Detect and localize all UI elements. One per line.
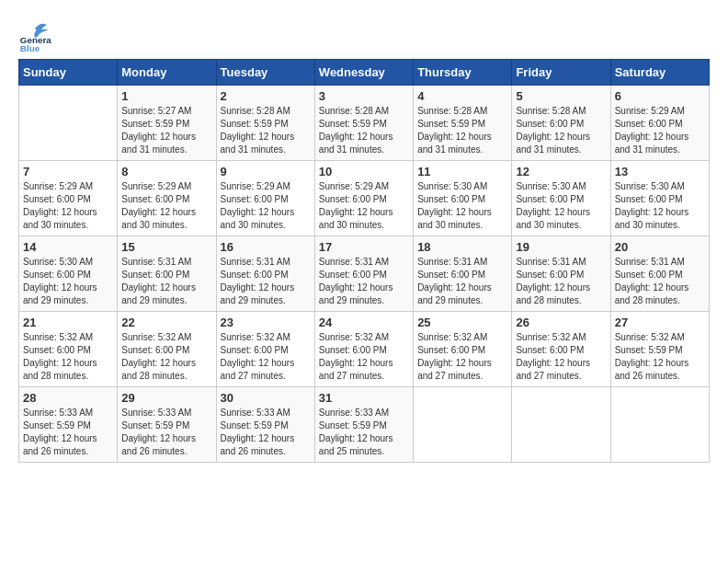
logo: General Blue: [18, 18, 51, 52]
day-info: Sunrise: 5:33 AMSunset: 5:59 PMDaylight:…: [121, 407, 211, 458]
calendar-cell: 22Sunrise: 5:32 AMSunset: 6:00 PMDayligh…: [118, 312, 216, 387]
calendar-cell: 17Sunrise: 5:31 AMSunset: 6:00 PMDayligh…: [314, 236, 413, 312]
calendar-cell: 4Sunrise: 5:28 AMSunset: 5:59 PMDaylight…: [414, 86, 512, 161]
day-number: 4: [417, 89, 507, 103]
day-info: Sunrise: 5:29 AMSunset: 6:00 PMDaylight:…: [121, 180, 211, 232]
calendar-week-row: 1Sunrise: 5:27 AMSunset: 5:59 PMDaylight…: [19, 86, 710, 161]
calendar-week-row: 21Sunrise: 5:32 AMSunset: 6:00 PMDayligh…: [19, 312, 710, 387]
calendar-cell: 10Sunrise: 5:29 AMSunset: 6:00 PMDayligh…: [314, 161, 413, 236]
calendar-cell: [414, 387, 512, 463]
day-info: Sunrise: 5:29 AMSunset: 6:00 PMDaylight:…: [221, 180, 311, 232]
column-header-saturday: Saturday: [610, 60, 709, 86]
calendar-cell: 28Sunrise: 5:33 AMSunset: 5:59 PMDayligh…: [19, 387, 118, 463]
calendar-cell: 12Sunrise: 5:30 AMSunset: 6:00 PMDayligh…: [512, 161, 610, 236]
calendar-cell: 14Sunrise: 5:30 AMSunset: 6:00 PMDayligh…: [19, 236, 118, 312]
day-number: 21: [23, 316, 113, 329]
day-info: Sunrise: 5:32 AMSunset: 6:00 PMDaylight:…: [23, 331, 113, 383]
column-header-thursday: Thursday: [414, 60, 512, 86]
day-number: 5: [516, 89, 606, 103]
day-info: Sunrise: 5:28 AMSunset: 5:59 PMDaylight:…: [319, 105, 409, 156]
calendar-week-row: 14Sunrise: 5:30 AMSunset: 6:00 PMDayligh…: [19, 236, 710, 312]
day-info: Sunrise: 5:32 AMSunset: 6:00 PMDaylight:…: [121, 331, 211, 383]
calendar-cell: 19Sunrise: 5:31 AMSunset: 6:00 PMDayligh…: [512, 236, 610, 312]
day-info: Sunrise: 5:32 AMSunset: 6:00 PMDaylight:…: [319, 331, 409, 383]
calendar-week-row: 7Sunrise: 5:29 AMSunset: 6:00 PMDaylight…: [19, 161, 710, 236]
day-number: 24: [319, 316, 409, 329]
calendar-cell: 18Sunrise: 5:31 AMSunset: 6:00 PMDayligh…: [414, 236, 512, 312]
day-info: Sunrise: 5:29 AMSunset: 6:00 PMDaylight:…: [23, 180, 113, 232]
day-number: 25: [417, 316, 507, 329]
day-number: 9: [221, 165, 311, 178]
calendar-cell: 15Sunrise: 5:31 AMSunset: 6:00 PMDayligh…: [118, 236, 216, 312]
page-header: General Blue: [18, 18, 710, 52]
calendar-cell: 24Sunrise: 5:32 AMSunset: 6:00 PMDayligh…: [314, 312, 413, 387]
calendar-cell: 7Sunrise: 5:29 AMSunset: 6:00 PMDaylight…: [19, 161, 118, 236]
day-number: 12: [516, 165, 606, 178]
day-info: Sunrise: 5:31 AMSunset: 6:00 PMDaylight:…: [221, 256, 311, 307]
calendar-cell: [512, 387, 610, 463]
calendar-cell: 27Sunrise: 5:32 AMSunset: 5:59 PMDayligh…: [610, 312, 709, 387]
day-number: 31: [319, 391, 409, 405]
column-header-sunday: Sunday: [19, 60, 118, 86]
calendar-cell: 9Sunrise: 5:29 AMSunset: 6:00 PMDaylight…: [216, 161, 314, 236]
day-info: Sunrise: 5:29 AMSunset: 6:00 PMDaylight:…: [615, 105, 705, 156]
day-info: Sunrise: 5:31 AMSunset: 6:00 PMDaylight:…: [516, 256, 606, 307]
day-info: Sunrise: 5:30 AMSunset: 6:00 PMDaylight:…: [615, 180, 705, 232]
logo-icon: General Blue: [18, 18, 51, 52]
calendar-cell: 31Sunrise: 5:33 AMSunset: 5:59 PMDayligh…: [314, 387, 413, 463]
calendar-cell: 2Sunrise: 5:28 AMSunset: 5:59 PMDaylight…: [216, 86, 314, 161]
day-info: Sunrise: 5:32 AMSunset: 6:00 PMDaylight:…: [221, 331, 311, 383]
day-number: 11: [417, 165, 507, 178]
day-number: 22: [121, 316, 211, 329]
day-number: 6: [615, 89, 705, 103]
day-info: Sunrise: 5:31 AMSunset: 6:00 PMDaylight:…: [615, 256, 705, 307]
day-info: Sunrise: 5:28 AMSunset: 5:59 PMDaylight:…: [417, 105, 507, 156]
day-number: 20: [615, 240, 705, 254]
day-info: Sunrise: 5:30 AMSunset: 6:00 PMDaylight:…: [23, 256, 113, 307]
day-info: Sunrise: 5:27 AMSunset: 5:59 PMDaylight:…: [121, 105, 211, 156]
calendar-cell: 20Sunrise: 5:31 AMSunset: 6:00 PMDayligh…: [610, 236, 709, 312]
day-number: 27: [615, 316, 705, 329]
calendar-cell: 26Sunrise: 5:32 AMSunset: 6:00 PMDayligh…: [512, 312, 610, 387]
calendar-cell: 23Sunrise: 5:32 AMSunset: 6:00 PMDayligh…: [216, 312, 314, 387]
day-number: 2: [221, 89, 311, 103]
calendar-table: SundayMondayTuesdayWednesdayThursdayFrid…: [18, 59, 710, 463]
column-header-monday: Monday: [118, 60, 216, 86]
calendar-cell: 29Sunrise: 5:33 AMSunset: 5:59 PMDayligh…: [118, 387, 216, 463]
calendar-week-row: 28Sunrise: 5:33 AMSunset: 5:59 PMDayligh…: [19, 387, 710, 463]
day-info: Sunrise: 5:33 AMSunset: 5:59 PMDaylight:…: [319, 407, 409, 458]
day-number: 7: [23, 165, 113, 178]
day-number: 14: [23, 240, 113, 254]
calendar-header-row: SundayMondayTuesdayWednesdayThursdayFrid…: [19, 60, 710, 86]
day-number: 10: [319, 165, 409, 178]
day-info: Sunrise: 5:31 AMSunset: 6:00 PMDaylight:…: [121, 256, 211, 307]
day-info: Sunrise: 5:31 AMSunset: 6:00 PMDaylight:…: [417, 256, 507, 307]
day-info: Sunrise: 5:29 AMSunset: 6:00 PMDaylight:…: [319, 180, 409, 232]
day-info: Sunrise: 5:28 AMSunset: 6:00 PMDaylight:…: [516, 105, 606, 156]
svg-text:Blue: Blue: [20, 43, 40, 52]
calendar-cell: 8Sunrise: 5:29 AMSunset: 6:00 PMDaylight…: [118, 161, 216, 236]
calendar-cell: 30Sunrise: 5:33 AMSunset: 5:59 PMDayligh…: [216, 387, 314, 463]
day-number: 17: [319, 240, 409, 254]
day-number: 28: [23, 391, 113, 405]
column-header-friday: Friday: [512, 60, 610, 86]
day-info: Sunrise: 5:33 AMSunset: 5:59 PMDaylight:…: [221, 407, 311, 458]
day-number: 8: [121, 165, 211, 178]
day-info: Sunrise: 5:30 AMSunset: 6:00 PMDaylight:…: [516, 180, 606, 232]
day-info: Sunrise: 5:32 AMSunset: 6:00 PMDaylight:…: [516, 331, 606, 383]
day-number: 13: [615, 165, 705, 178]
day-info: Sunrise: 5:31 AMSunset: 6:00 PMDaylight:…: [319, 256, 409, 307]
day-info: Sunrise: 5:30 AMSunset: 6:00 PMDaylight:…: [417, 180, 507, 232]
day-info: Sunrise: 5:32 AMSunset: 6:00 PMDaylight:…: [417, 331, 507, 383]
day-number: 15: [121, 240, 211, 254]
calendar-cell: 13Sunrise: 5:30 AMSunset: 6:00 PMDayligh…: [610, 161, 709, 236]
calendar-cell: 6Sunrise: 5:29 AMSunset: 6:00 PMDaylight…: [610, 86, 709, 161]
day-number: 18: [417, 240, 507, 254]
day-info: Sunrise: 5:32 AMSunset: 5:59 PMDaylight:…: [615, 331, 705, 383]
day-number: 30: [221, 391, 311, 405]
calendar-cell: 1Sunrise: 5:27 AMSunset: 5:59 PMDaylight…: [118, 86, 216, 161]
calendar-cell: [19, 86, 118, 161]
column-header-wednesday: Wednesday: [314, 60, 413, 86]
day-number: 23: [221, 316, 311, 329]
day-number: 29: [121, 391, 211, 405]
